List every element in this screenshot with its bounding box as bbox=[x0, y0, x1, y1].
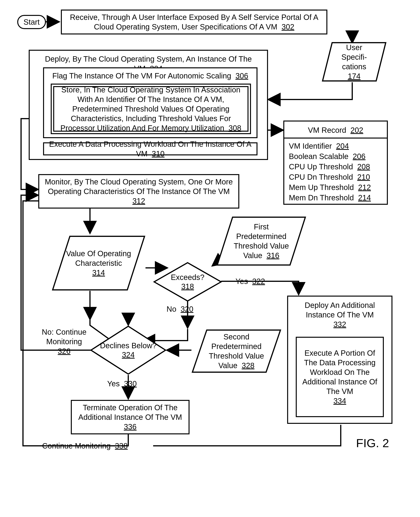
step-312: Monitor, By The Cloud Operating System, … bbox=[38, 174, 239, 208]
step-310-text: Execute A Data Processing Workload On Th… bbox=[49, 140, 252, 158]
data-328: Second Predetermined Threshold Value Val… bbox=[191, 329, 281, 373]
step-310: Execute A Data Processing Workload On Th… bbox=[43, 142, 257, 155]
vm-record-title-ref: 202 bbox=[351, 126, 363, 134]
decision-318-ref: 318 bbox=[181, 282, 194, 291]
step-312-text: Monitor, By The Cloud Operating System, … bbox=[45, 177, 233, 196]
step-306-text: Flag The Instance Of The VM For Autonomi… bbox=[52, 72, 231, 80]
data-user-spec: User Specifi-cations 174 bbox=[322, 42, 387, 82]
step-302-text: Receive, Through A User Interface Expose… bbox=[70, 13, 318, 31]
vm-record-title: VM Record bbox=[308, 126, 346, 134]
step-332-text: Deploy An Additional Instance Of The VM bbox=[305, 301, 375, 319]
user-spec-text: User Specifi-cations bbox=[333, 43, 375, 71]
decision-324-text: Declines Below? bbox=[100, 341, 157, 350]
start-label: Start bbox=[23, 18, 40, 26]
vm-record-row: Mem Up Threshold 212 bbox=[289, 182, 382, 192]
data-328-text: Second Predetermined Threshold Value bbox=[203, 332, 270, 361]
vm-record-row: CPU Dn Threshold 210 bbox=[289, 172, 382, 182]
step-312-ref: 312 bbox=[133, 197, 145, 205]
step-336-ref: 336 bbox=[124, 422, 137, 431]
branch-yes-330: Yes 330 bbox=[107, 379, 137, 388]
decision-324-ref: 324 bbox=[122, 350, 135, 359]
vm-record-row: CPU Up Threshold 208 bbox=[289, 162, 382, 172]
step-334: Execute A Portion Of The Data Processing… bbox=[296, 337, 384, 417]
step-336: Terminate Operation Of The Additional In… bbox=[71, 400, 189, 434]
step-308-ref: 308 bbox=[229, 124, 241, 132]
step-334-text: Execute A Portion Of The Data Processing… bbox=[302, 349, 377, 396]
vm-record-row: Mem Dn Threshold 214 bbox=[289, 192, 382, 203]
step-332-ref: 332 bbox=[333, 320, 346, 329]
step-302-ref: 302 bbox=[282, 22, 294, 31]
data-316-text: First Predetermined Threshold Value bbox=[228, 222, 295, 251]
data-314: Value Of Operating Characteristic 314 bbox=[52, 235, 145, 291]
vm-record: VM Record 202 VM Identifier 204 Boolean … bbox=[283, 120, 388, 205]
continue-monitoring-338: Continue Monitoring 338 bbox=[42, 441, 128, 451]
step-302: Receive, Through A User Interface Expose… bbox=[61, 10, 327, 34]
step-308-text: Store, In The Cloud Operating System In … bbox=[60, 86, 240, 132]
step-310-ref: 310 bbox=[152, 149, 165, 158]
vm-record-row: VM Identifier 204 bbox=[289, 141, 382, 151]
step-308: Store, In The Cloud Operating System In … bbox=[53, 86, 248, 132]
decision-318: Exceeds? 318 bbox=[153, 262, 222, 302]
data-314-text: Value Of Operating Characteristic bbox=[63, 249, 134, 268]
vm-record-row: Boolean Scalable 206 bbox=[289, 151, 382, 162]
data-316: First Predetermined Threshold Value Valu… bbox=[216, 216, 306, 266]
user-spec-ref: 174 bbox=[348, 71, 361, 81]
data-316-ref: 316 bbox=[266, 251, 279, 260]
step-336-text: Terminate Operation Of The Additional In… bbox=[78, 403, 182, 421]
branch-no-320: No 320 bbox=[166, 304, 193, 314]
step-334-ref: 334 bbox=[333, 397, 346, 405]
decision-324: Declines Below? 324 bbox=[90, 325, 166, 375]
data-314-ref: 314 bbox=[92, 268, 105, 277]
start-terminator: Start bbox=[17, 15, 46, 29]
figure-label: FIG. 2 bbox=[356, 436, 389, 450]
step-306-ref: 306 bbox=[235, 72, 248, 80]
branch-no-326: No: Continue Monitoring326 bbox=[40, 327, 88, 356]
branch-yes-322: Yes 322 bbox=[235, 276, 265, 286]
data-328-ref: 328 bbox=[242, 361, 255, 370]
decision-318-text: Exceeds? bbox=[171, 273, 204, 282]
